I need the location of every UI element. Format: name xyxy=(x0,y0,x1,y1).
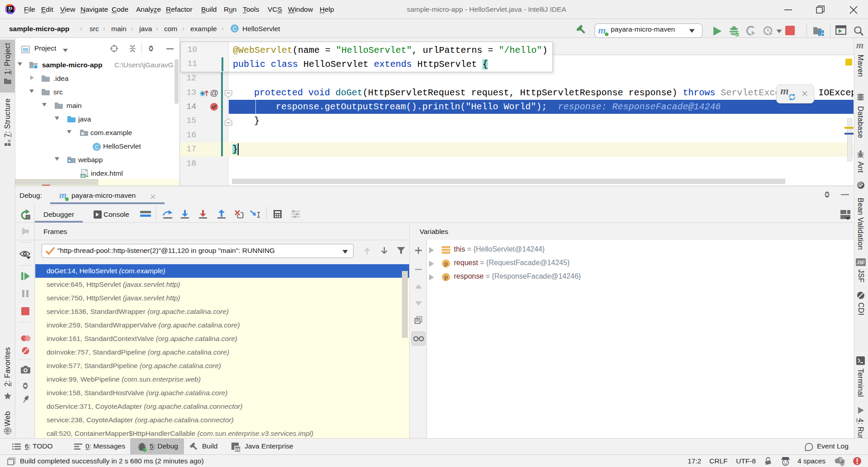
svg-text:?: ? xyxy=(839,458,842,463)
svg-text:p: p xyxy=(444,274,448,280)
svg-text:EE: EE xyxy=(235,448,240,452)
svg-text:JSF: JSF xyxy=(857,260,865,265)
svg-text:p: p xyxy=(444,260,448,267)
svg-text:C: C xyxy=(95,144,99,150)
svg-text:C: C xyxy=(233,26,237,32)
svg-text:9: 9 xyxy=(26,228,29,235)
svg-text:H: H xyxy=(81,174,84,178)
